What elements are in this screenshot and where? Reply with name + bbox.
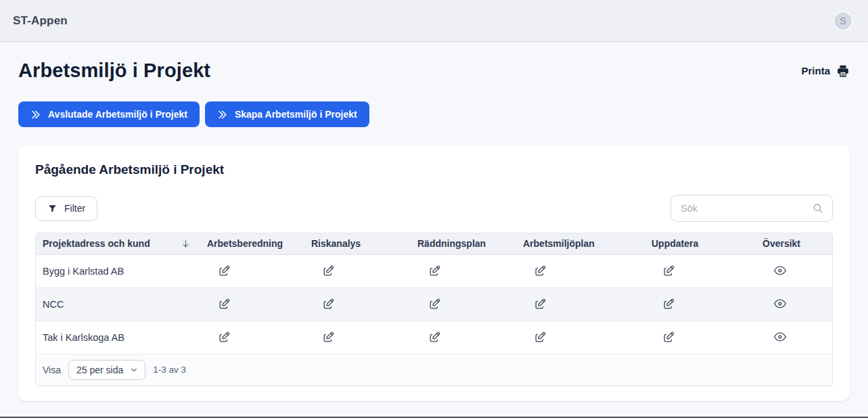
column-header-raddningsplan[interactable]: Räddningsplan: [411, 233, 516, 254]
panel-title: Pågående Arbetsmiljö i Projekt: [35, 162, 833, 177]
raddningsplan-edit-button[interactable]: [427, 329, 442, 345]
show-label: Visa: [43, 365, 61, 375]
app-title: ST-Appen: [13, 14, 68, 28]
column-header-uppdatera[interactable]: Uppdatera: [645, 233, 756, 254]
user-avatar[interactable]: S: [833, 11, 853, 31]
search-box: [670, 195, 833, 222]
table-header-row: Projektadress och kund Arbetsberedning R…: [36, 233, 832, 254]
column-header-arbetsmiljoplan[interactable]: Arbetsmiljöplan: [516, 233, 645, 254]
column-header-oversikt[interactable]: Översikt: [756, 233, 832, 254]
riskanalys-edit-button[interactable]: [321, 329, 336, 345]
uppdatera-cell: [645, 254, 756, 287]
uppdatera-cell: [645, 321, 756, 354]
finished-projects-button[interactable]: Avslutade Arbetsmiljö i Projekt: [18, 101, 200, 127]
main-content: Arbetsmiljö i Projekt Printa Avsl: [0, 42, 868, 401]
project-cell: Tak i Karlskoga AB: [36, 321, 200, 354]
finished-projects-label: Avslutade Arbetsmiljö i Projekt: [48, 109, 187, 120]
uppdatera-cell: [645, 287, 756, 321]
riskanalys-edit-button[interactable]: [321, 263, 336, 279]
filter-button[interactable]: Filter: [35, 196, 97, 221]
table-row: Tak i Karlskoga AB: [36, 321, 832, 354]
ongoing-projects-panel: Pågående Arbetsmiljö i Projekt Filter: [18, 145, 850, 401]
search-icon: [812, 202, 824, 214]
oversikt-cell: [756, 287, 832, 321]
page-size-value: 25 per sida: [76, 365, 123, 375]
pagination-bar: Visa 25 per sida 1-3 av 3: [36, 354, 832, 386]
arbetsmiljoplan-edit-button[interactable]: [532, 263, 548, 279]
project-cell: Bygg i Karlstad AB: [36, 254, 200, 287]
search-input[interactable]: [671, 203, 833, 214]
funnel-icon: [47, 204, 58, 214]
double-chevron-right-icon: [30, 110, 41, 120]
uppdatera-edit-button[interactable]: [661, 329, 677, 345]
raddningsplan-edit-button[interactable]: [427, 263, 442, 279]
arbetsmiljoplan-cell: [516, 321, 645, 354]
title-row: Arbetsmiljö i Projekt Printa: [18, 60, 850, 82]
create-project-button[interactable]: Skapa Arbetsmiljö i Projekt: [205, 101, 369, 127]
arbetsmiljoplan-cell: [516, 254, 645, 287]
double-chevron-right-icon: [217, 110, 227, 120]
printer-icon: [836, 64, 850, 78]
uppdatera-edit-button[interactable]: [661, 263, 677, 279]
arbetsberedning-edit-button[interactable]: [216, 329, 232, 345]
column-label: Projektadress och kund: [43, 238, 150, 249]
riskanalys-cell: [304, 321, 411, 354]
riskanalys-edit-button[interactable]: [321, 296, 336, 312]
arbetsmiljoplan-edit-button[interactable]: [532, 296, 548, 312]
page-title: Arbetsmiljö i Projekt: [18, 60, 210, 82]
oversikt-view-button[interactable]: [772, 296, 788, 312]
oversikt-view-button[interactable]: [772, 262, 788, 279]
range-label: 1-3 av 3: [153, 365, 186, 375]
raddningsplan-cell: [411, 287, 516, 321]
sort-descending-icon[interactable]: [181, 239, 191, 249]
print-button[interactable]: Printa: [801, 64, 850, 78]
chevron-down-icon: [129, 365, 139, 375]
table-row: NCC: [36, 287, 832, 321]
projects-table: Projektadress och kund Arbetsberedning R…: [35, 233, 833, 386]
arbetsmiljoplan-edit-button[interactable]: [532, 329, 548, 345]
oversikt-cell: [756, 321, 832, 354]
arbetsberedning-cell: [200, 321, 304, 354]
column-header-projektadress[interactable]: Projektadress och kund: [36, 233, 200, 254]
raddningsplan-cell: [411, 254, 516, 287]
avatar-initial: S: [840, 16, 846, 26]
oversikt-cell: [756, 254, 832, 287]
topbar: ST-Appen S: [0, 0, 868, 42]
arbetsberedning-edit-button[interactable]: [216, 263, 232, 279]
riskanalys-cell: [304, 254, 411, 287]
action-buttons: Avslutade Arbetsmiljö i Projekt Skapa Ar…: [18, 101, 850, 127]
arbetsmiljoplan-cell: [516, 287, 645, 321]
page-size-select[interactable]: 25 per sida: [68, 360, 145, 380]
filter-label: Filter: [64, 203, 85, 214]
arbetsberedning-cell: [200, 287, 304, 321]
table-toolbar: Filter: [35, 195, 833, 222]
table-row: Bygg i Karlstad AB: [36, 254, 832, 287]
raddningsplan-edit-button[interactable]: [427, 296, 442, 312]
column-header-arbetsberedning[interactable]: Arbetsberedning: [200, 233, 304, 254]
create-project-label: Skapa Arbetsmiljö i Projekt: [235, 109, 357, 120]
oversikt-view-button[interactable]: [772, 329, 788, 345]
column-header-riskanalys[interactable]: Riskanalys: [304, 233, 411, 254]
project-name: NCC: [43, 299, 64, 310]
raddningsplan-cell: [411, 321, 516, 354]
project-name: Tak i Karlskoga AB: [43, 332, 124, 343]
print-label: Printa: [801, 65, 830, 76]
arbetsberedning-edit-button[interactable]: [216, 296, 232, 312]
uppdatera-edit-button[interactable]: [661, 296, 677, 312]
arbetsberedning-cell: [200, 254, 304, 287]
project-cell: NCC: [36, 287, 200, 321]
riskanalys-cell: [304, 287, 411, 321]
project-name: Bygg i Karlstad AB: [43, 266, 124, 277]
